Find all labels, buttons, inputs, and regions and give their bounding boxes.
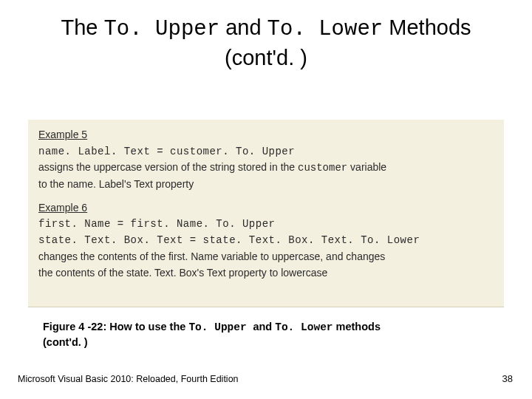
example-6: Example 6 first. Name = first. Name. To.… xyxy=(38,200,494,281)
ex5-desc-b: variable xyxy=(347,161,386,173)
ex5-desc-a: assigns the uppercase version of the str… xyxy=(38,161,298,173)
example-6-code-2: state. Text. Box. Text = state. Text. Bo… xyxy=(38,233,494,249)
example-5-label: Example 5 xyxy=(38,127,494,143)
ex5-desc-code: customer xyxy=(298,162,347,174)
title-code-2: To. Lower xyxy=(267,17,383,41)
figure-caption: Figure 4 -22: How to use the To. Upper a… xyxy=(43,319,486,350)
example-6-desc-line-1: changes the contents of the first. Name … xyxy=(38,249,494,265)
example-6-label: Example 6 xyxy=(38,200,494,216)
title-part-3: Methods xyxy=(383,16,471,39)
example-box: Example 5 name. Label. Text = customer. … xyxy=(28,120,504,307)
caption-b: and xyxy=(253,321,275,332)
example-6-desc-line-2: the contents of the state. Text. Box's T… xyxy=(38,265,494,282)
slide: The To. Upper and To. Lower Methods (con… xyxy=(0,0,532,399)
caption-code-1: To. Upper xyxy=(188,321,253,333)
footer-text: Microsoft Visual Basic 2010: Reloaded, F… xyxy=(18,374,239,384)
title-line-1: The To. Upper and To. Lower Methods xyxy=(0,13,532,44)
caption-line-2: (cont'd. ) xyxy=(43,335,486,349)
caption-line-1: Figure 4 -22: How to use the To. Upper a… xyxy=(43,319,486,335)
example-5-desc-line-1: assigns the uppercase version of the str… xyxy=(38,160,494,177)
title-part-1: The xyxy=(61,16,103,39)
caption-d: methods xyxy=(333,321,381,332)
caption-a: Figure 4 -22: How to use the xyxy=(43,321,188,332)
title-line-2: (cont'd. ) xyxy=(0,44,532,72)
example-5-desc-line-2: to the name. Label's Text property xyxy=(38,177,494,193)
example-5-code: name. Label. Text = customer. To. Upper xyxy=(38,144,494,160)
example-6-code-1: first. Name = first. Name. To. Upper xyxy=(38,216,494,233)
example-5: Example 5 name. Label. Text = customer. … xyxy=(38,127,494,193)
slide-title: The To. Upper and To. Lower Methods (con… xyxy=(0,0,532,72)
caption-code-2: To. Lower xyxy=(275,321,332,333)
title-code-1: To. Upper xyxy=(103,17,219,41)
title-part-2: and xyxy=(219,16,267,39)
page-number: 38 xyxy=(502,373,513,384)
